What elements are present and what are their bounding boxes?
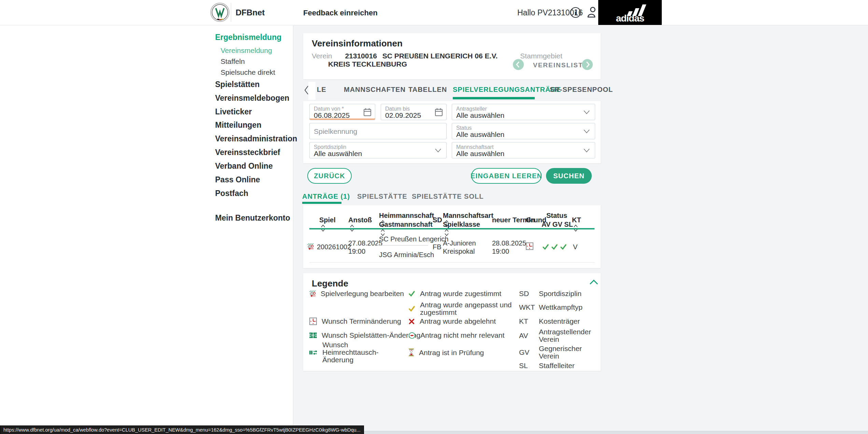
spielkennung-input[interactable] (310, 123, 446, 140)
vereinsliste-label[interactable]: VEREINSLISTE (533, 61, 588, 69)
sidebar-item-liveticker[interactable]: Liveticker (215, 107, 252, 116)
legend-item: Wunsch Heimrechttausch-Änderung (309, 341, 408, 364)
calendar-icon[interactable] (435, 108, 443, 117)
sidebar-item-mitteilungen[interactable]: Mitteilungen (215, 121, 261, 130)
terminaenderung-icon (309, 318, 317, 325)
cell-spiel-id: 200261002 (317, 243, 351, 251)
sidebar-item-staffeln[interactable]: Staffeln (221, 57, 245, 66)
legend-item: Wunsch Spielstätten-Änderung (309, 332, 420, 339)
subtab-antraege[interactable]: ANTRÄGE (1) (302, 193, 350, 200)
verein-id: 21310016 (345, 52, 377, 60)
subtab-spielstaette[interactable]: SPIELSTÄTTE (357, 193, 407, 200)
chevron-down-icon (583, 110, 590, 114)
sportdisziplin-value: Alle auswählen (314, 150, 362, 158)
cell-anstoss-datum: 27.08.2025 (348, 239, 382, 247)
datum-bis-field[interactable]: Datum bis 02.09.2025 (381, 104, 447, 120)
legend-item: KT Kostenträger (519, 317, 580, 325)
cell-spielklasse: Kreispokal (443, 248, 475, 255)
cell-sd: FB (433, 243, 442, 251)
feedback-link[interactable]: Feedback einreichen (303, 9, 378, 17)
datum-bis-value: 02.09.2025 (385, 111, 421, 120)
col-header-kt[interactable]: KT (572, 216, 581, 232)
brand-title: DFBnet (236, 8, 265, 17)
tab-spielverlegungsantraege[interactable]: SPIELVERLEGUNGSANTRÄGE (453, 86, 561, 94)
sidebar-item-spielstaetten[interactable]: Spielstätten (215, 80, 260, 89)
suchen-button[interactable]: SUCHEN (546, 168, 592, 184)
terminaenderung-icon (526, 242, 533, 250)
check-green-icon (542, 244, 549, 250)
col-header-sd: SD (433, 216, 442, 224)
legend-item: AV Antragstellender Verein (519, 328, 598, 343)
row-divider (309, 262, 594, 263)
zurueck-button[interactable]: ZURÜCK (307, 168, 352, 184)
subtab-spielstaette-soll[interactable]: SPIELSTÄTTE SOLL (412, 193, 484, 200)
antraege-table-card: Spiel Anstoß Heimmannschaft Gastmannscha… (303, 205, 601, 268)
legend-item: Spielverlegung bearbeiten (309, 290, 404, 297)
tab-mannschaften[interactable]: MANNSCHAFTEN (344, 86, 406, 94)
legend-item: SL Staffelleiter (519, 362, 575, 370)
chevron-down-icon (435, 149, 442, 153)
club-info-card: Vereinsinformationen Verein 21310016 SC … (303, 33, 601, 79)
header-divider (231, 3, 231, 22)
spielverlegung-bearbeiten-icon[interactable] (307, 243, 314, 250)
hourglass-icon (408, 349, 414, 356)
tab-truncated[interactable]: LE (317, 86, 326, 94)
cell-mannschaftsart: A-Junioren (443, 239, 476, 247)
sidebar-item-pass-online[interactable]: Pass Online (215, 175, 260, 184)
cell-heimmannschaft: SC Preußen Lengerich (379, 235, 448, 243)
cell-anstoss-zeit: 19:00 (348, 248, 365, 255)
verein-name: SC PREUßEN LENGERICH 06 E.V. (382, 52, 498, 60)
mannschaftsart-value: Alle auswählen (456, 150, 504, 158)
active-subtab-underline (302, 202, 341, 204)
check-green-icon (560, 244, 567, 250)
sidebar-item-mein-benutzerkonto[interactable]: Mein Benutzerkonto (215, 213, 290, 223)
legend-item: SD Sportdisziplin (519, 290, 582, 298)
check-green-icon (408, 291, 415, 297)
adidas-wordmark: adidas (616, 13, 644, 24)
col-header-spiel[interactable]: Spiel (319, 216, 336, 232)
col-header-anstoss[interactable]: Anstoß (348, 216, 372, 232)
sidebar-item-vereinsmeldebogen[interactable]: Vereinsmeldebogen (215, 94, 289, 103)
col-header-status: Status (546, 212, 567, 220)
tab-tabellen[interactable]: TABELLEN (408, 86, 447, 94)
sidebar-item-spielsuche-direkt[interactable]: Spielsuche direkt (221, 68, 275, 76)
spielverlegung-bearbeiten-icon (309, 291, 316, 297)
verein-label: Verein (312, 52, 332, 60)
status-select[interactable]: Status Alle auswählen (452, 123, 595, 139)
cell-gastmannschaft: JSG Arminia/Esch (379, 251, 434, 259)
calendar-icon[interactable] (363, 108, 372, 117)
eingaben-leeren-button[interactable]: EINGABEN LEEREN (471, 168, 542, 184)
sidebar-item-vereinsmeldung[interactable]: Vereinsmeldung (221, 46, 272, 55)
chevron-left-circle-icon[interactable] (513, 59, 524, 70)
spielkennung-field[interactable] (309, 123, 447, 139)
team-divider (377, 245, 428, 246)
legend-item: Antrag wurde abgelehnt (408, 318, 496, 325)
sidebar-item-vereinssteckbrief[interactable]: Vereinssteckbrief (215, 148, 280, 157)
info-icon[interactable] (570, 6, 582, 18)
sportdisziplin-select[interactable]: Sportdisziplin Alle auswählen (309, 142, 447, 158)
datum-von-field[interactable]: Datum von * 06.08.2025 (309, 104, 375, 120)
cell-termin-datum: 28.08.2025 (492, 239, 526, 247)
status-value: Alle auswählen (456, 130, 504, 139)
adidas-logo: adidas (598, 0, 662, 25)
chevron-right-circle-icon[interactable] (582, 59, 593, 70)
check-yellow-icon (408, 306, 415, 312)
legend-item: Antrag wurde zugestimmt (408, 290, 501, 297)
check-green-icon (551, 244, 558, 250)
dfb-logo-icon (210, 2, 230, 22)
tab-sr-spesenpool[interactable]: SR-SPESENPOOL (550, 86, 613, 94)
sidebar-item-verband-online[interactable]: Verband Online (215, 162, 273, 171)
antragsteller-select[interactable]: Antragsteller Alle auswählen (452, 104, 595, 120)
sidebar-item-postfach[interactable]: Postfach (215, 189, 248, 198)
legend-item: Antrag nicht mehr relevant (408, 332, 504, 339)
sidebar-item-ergebnismeldung[interactable]: Ergebnismeldung (215, 33, 281, 42)
user-account-icon[interactable] (585, 6, 598, 19)
link-preview-tooltip: https://www.dfbnet.org/ua/mod_ca/webflow… (0, 425, 364, 434)
collapse-chevron-up-icon[interactable] (589, 279, 598, 285)
table-header-rule (309, 228, 594, 229)
sidebar-item-vereinsadministration[interactable]: Vereinsadministration (215, 134, 297, 143)
mannschaftsart-select[interactable]: Mannschaftsart Alle auswählen (452, 142, 595, 158)
filter-card: Datum von * 06.08.2025 Datum bis 02.09.2… (303, 101, 601, 163)
antragsteller-value: Alle auswählen (456, 111, 504, 120)
spielstaetten-aenderung-icon (309, 332, 317, 338)
